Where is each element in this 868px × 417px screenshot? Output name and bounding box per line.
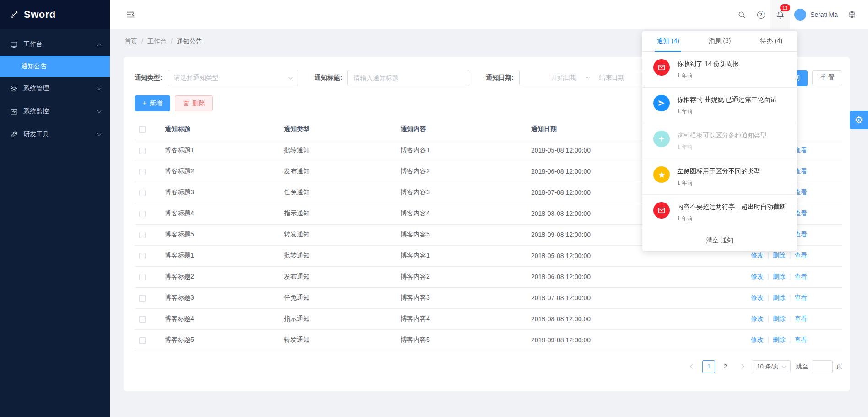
row-checkbox[interactable]	[139, 232, 146, 238]
prev-page-icon[interactable]	[686, 360, 699, 373]
breadcrumb-item[interactable]: 工作台	[147, 38, 167, 45]
clear-notifications-button[interactable]: 清空 通知	[642, 230, 797, 251]
column-header: 通知标题	[160, 119, 279, 140]
row-checkbox[interactable]	[139, 169, 146, 175]
avatar	[794, 9, 806, 21]
row-checkbox[interactable]	[139, 253, 146, 259]
jump-page-input[interactable]	[812, 360, 833, 373]
logo[interactable]: Sword	[0, 0, 110, 29]
notification-item[interactable]: 你推荐的 曲妮妮 已通过第三轮面试1 年前	[642, 88, 797, 123]
page-size-select[interactable]: 10 条/页	[752, 360, 791, 373]
search-icon[interactable]	[732, 0, 751, 29]
action-edit[interactable]: 修改	[751, 252, 764, 259]
action-edit[interactable]: 修改	[751, 273, 764, 280]
action-delete[interactable]: 删除	[773, 273, 786, 280]
next-page-icon[interactable]	[735, 360, 748, 373]
username: Serati Ma	[810, 11, 838, 18]
row-checkbox-cell	[135, 161, 160, 182]
add-button[interactable]: + 新增	[135, 95, 170, 111]
row-checkbox[interactable]	[139, 190, 146, 196]
cell-type: 批转通知	[279, 245, 396, 266]
sidebar-item-system-monitor[interactable]: 系统监控	[0, 100, 110, 123]
row-checkbox[interactable]	[139, 295, 146, 302]
action-delete[interactable]: 删除	[773, 252, 786, 259]
sidebar-item-system-management[interactable]: 系统管理	[0, 77, 110, 100]
action-edit[interactable]: 修改	[751, 294, 764, 301]
cell-type: 任免通知	[279, 182, 396, 203]
action-view[interactable]: 查看	[794, 294, 807, 301]
action-view[interactable]: 查看	[794, 252, 807, 259]
send-icon	[653, 95, 670, 111]
cell-title: 博客标题4	[160, 308, 279, 329]
page-number-1[interactable]: 1	[702, 360, 715, 373]
table-row: 博客标题5转发通知博客内容52018-09-08 12:00:00修改|删除|查…	[135, 329, 842, 351]
row-checkbox[interactable]	[139, 316, 146, 323]
notifications-bell-icon[interactable]: 11	[770, 0, 790, 29]
notification-title: 内容不要超过两行字，超出时自动截断	[677, 202, 786, 211]
action-view[interactable]: 查看	[794, 315, 807, 322]
notification-tab-1[interactable]: 消息 (3)	[694, 31, 746, 51]
notification-item[interactable]: 左侧图标用于区分不同的类型1 年前	[642, 159, 797, 195]
notification-tab-2[interactable]: 待办 (4)	[745, 31, 797, 51]
action-edit[interactable]: 修改	[751, 336, 764, 343]
row-checkbox[interactable]	[139, 274, 146, 280]
notification-item[interactable]: 你收到了 14 份新周报1 年前	[642, 52, 797, 88]
action-delete[interactable]: 删除	[773, 336, 786, 343]
action-delete[interactable]: 删除	[773, 294, 786, 301]
table-row: 博客标题4指示通知博客内容42018-08-08 12:00:00修改|删除|查…	[135, 308, 842, 329]
action-separator: |	[767, 252, 769, 259]
notification-dropdown: 通知 (4)消息 (3)待办 (4) 你收到了 14 份新周报1 年前你推荐的 …	[642, 31, 797, 251]
action-separator: |	[789, 294, 791, 301]
date-separator: ~	[586, 74, 590, 82]
delete-button[interactable]: 删除	[175, 95, 213, 111]
cell-title: 博客标题2	[160, 161, 279, 182]
notice-type-select[interactable]: 请选择通知类型	[168, 70, 298, 86]
sidebar-item-workbench[interactable]: 工作台	[0, 33, 110, 56]
user-account[interactable]: Serati Ma	[790, 0, 842, 29]
cell-content: 博客内容1	[396, 140, 526, 161]
notification-title: 你推荐的 曲妮妮 已通过第三轮面试	[677, 95, 777, 104]
cell-type: 指示通知	[279, 203, 396, 224]
table-row: 博客标题3任免通知博客内容32018-07-08 12:00:00修改|删除|查…	[135, 287, 842, 308]
sidebar-item-dev-tools[interactable]: 研发工具	[0, 123, 110, 146]
notification-item[interactable]: 这种模板可以区分多种通知类型1 年前	[642, 123, 797, 159]
breadcrumb-item[interactable]: 首页	[125, 38, 137, 45]
row-checkbox[interactable]	[139, 211, 146, 217]
row-checkbox[interactable]	[139, 148, 146, 154]
select-all-checkbox[interactable]	[139, 126, 146, 133]
action-view[interactable]: 查看	[794, 336, 807, 343]
notification-tab-0[interactable]: 通知 (4)	[642, 31, 694, 51]
row-checkbox-cell	[135, 308, 160, 329]
cell-content: 博客内容5	[396, 329, 526, 351]
cell-title: 博客标题1	[160, 140, 279, 161]
page-numbers: 12	[702, 360, 732, 373]
action-view[interactable]: 查看	[794, 273, 807, 280]
breadcrumb-separator: /	[171, 38, 173, 45]
cell-content: 博客内容5	[396, 224, 526, 245]
notification-text: 左侧图标用于区分不同的类型1 年前	[677, 166, 760, 187]
language-globe-icon[interactable]	[842, 0, 862, 29]
help-icon[interactable]: ?	[751, 0, 770, 29]
action-delete[interactable]: 删除	[773, 315, 786, 322]
reset-button[interactable]: 重 置	[812, 70, 842, 86]
cell-title: 博客标题3	[160, 182, 279, 203]
notification-text: 你收到了 14 份新周报1 年前	[677, 59, 739, 80]
chevron-down-icon	[97, 85, 102, 90]
filter-date-label: 通知日期:	[486, 74, 514, 82]
notification-item[interactable]: 内容不要超过两行字，超出时自动截断1 年前	[642, 195, 797, 230]
theme-settings-button[interactable]: ⚙	[850, 111, 868, 129]
collapse-sidebar-icon[interactable]	[121, 0, 140, 29]
notice-date-range-input[interactable]: 开始日期 ~ 结束日期	[519, 70, 656, 86]
sidebar-item-notice[interactable]: 通知公告	[0, 56, 110, 77]
sidebar-item-label: 系统监控	[23, 107, 92, 115]
chevron-up-icon	[97, 43, 102, 48]
filter-type-label: 通知类型:	[135, 74, 163, 82]
row-checkbox-cell	[135, 329, 160, 351]
action-edit[interactable]: 修改	[751, 315, 764, 322]
notice-title-input[interactable]	[347, 70, 469, 86]
row-checkbox-cell	[135, 182, 160, 203]
cell-title: 博客标题5	[160, 224, 279, 245]
row-checkbox[interactable]	[139, 337, 146, 344]
page-number-2[interactable]: 2	[719, 360, 732, 373]
row-checkbox-cell	[135, 266, 160, 287]
